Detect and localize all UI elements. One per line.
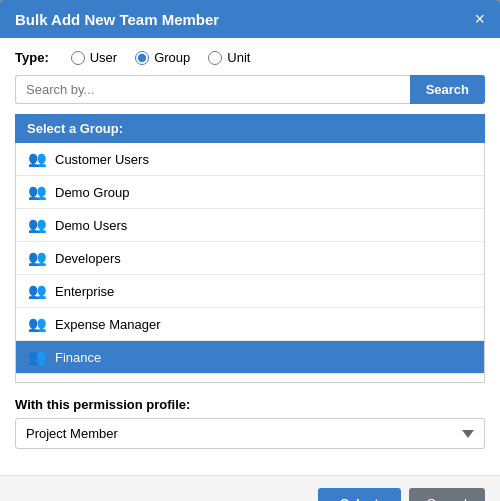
modal-body: Type: User Group Unit Search Select a Gr… [0, 38, 500, 461]
list-item[interactable]: 👥Expense Manager [16, 308, 484, 341]
select-button[interactable]: Select [318, 488, 400, 501]
group-list-header: Select a Group: [15, 114, 485, 143]
group-name: Customer Users [55, 152, 149, 167]
permission-select[interactable]: Project MemberAdminRead Only [15, 418, 485, 449]
group-name: Finance [55, 350, 101, 365]
group-name: Demo Group [55, 185, 129, 200]
list-item[interactable]: 👥Demo Users [16, 209, 484, 242]
type-group-option[interactable]: Group [135, 50, 190, 65]
group-icon: 👥 [28, 348, 47, 366]
type-user-option[interactable]: User [71, 50, 117, 65]
group-icon: 👥 [28, 282, 47, 300]
group-name: Developers [55, 251, 121, 266]
type-label: Type: [15, 50, 49, 65]
bulk-add-modal: Bulk Add New Team Member × Type: User Gr… [0, 0, 500, 501]
search-input[interactable] [15, 75, 410, 104]
search-button[interactable]: Search [410, 75, 485, 104]
permission-section: With this permission profile: Project Me… [15, 397, 485, 449]
group-name: Enterprise [55, 284, 114, 299]
group-icon: 👥 [28, 183, 47, 201]
modal-footer: Select Cancel [0, 475, 500, 501]
type-group-radio[interactable] [135, 51, 149, 65]
type-unit-radio[interactable] [208, 51, 222, 65]
group-icon: 👥 [28, 216, 47, 234]
modal-title: Bulk Add New Team Member [15, 11, 219, 28]
group-name: Expense Manager [55, 317, 161, 332]
type-row: Type: User Group Unit [15, 50, 485, 65]
list-item[interactable]: 👥Developers [16, 242, 484, 275]
type-unit-label: Unit [227, 50, 250, 65]
group-icon: 👥 [28, 150, 47, 168]
search-row: Search [15, 75, 485, 104]
list-item[interactable]: 👥Enterprise [16, 275, 484, 308]
close-button[interactable]: × [474, 10, 485, 28]
modal-header: Bulk Add New Team Member × [0, 0, 500, 38]
group-icon: 👥 [28, 249, 47, 267]
group-name: Demo Users [55, 218, 127, 233]
type-user-radio[interactable] [71, 51, 85, 65]
type-group-label: Group [154, 50, 190, 65]
list-item[interactable]: 👥Customer Users [16, 143, 484, 176]
type-user-label: User [90, 50, 117, 65]
list-item[interactable]: 👥Demo Group [16, 176, 484, 209]
group-list: 👥Customer Users👥Demo Group👥Demo Users👥De… [15, 143, 485, 383]
type-unit-option[interactable]: Unit [208, 50, 250, 65]
group-name: Full Users [55, 383, 114, 384]
list-item[interactable]: 👥Finance [16, 341, 484, 374]
list-item[interactable]: 👥Full Users [16, 374, 484, 383]
group-icon: 👥 [28, 381, 47, 383]
permission-label: With this permission profile: [15, 397, 485, 412]
group-icon: 👥 [28, 315, 47, 333]
cancel-button[interactable]: Cancel [409, 488, 485, 501]
